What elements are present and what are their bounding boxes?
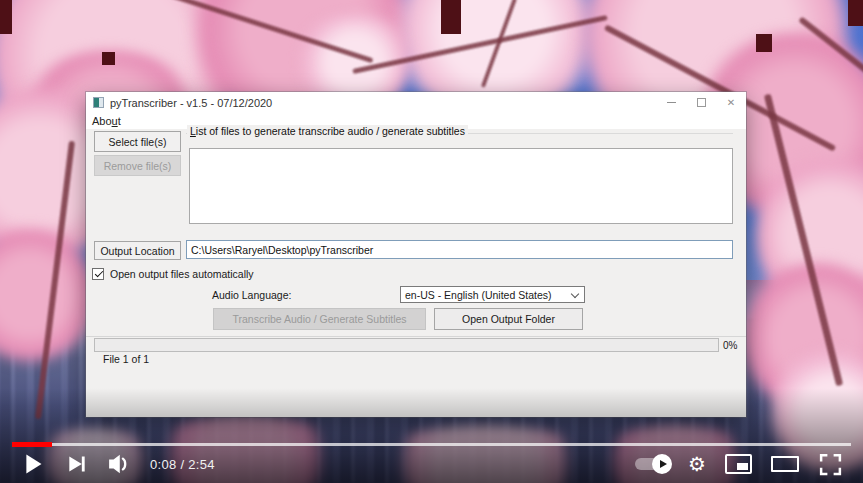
- menu-about[interactable]: About: [92, 115, 121, 127]
- open-output-checkbox-row: Open output files automatically: [92, 268, 254, 280]
- autoplay-knob: [652, 454, 672, 474]
- dark-blossom-block: [102, 52, 115, 65]
- next-icon: [61, 449, 91, 479]
- close-button[interactable]: ✕: [716, 92, 746, 113]
- theater-mode-button[interactable]: [771, 456, 799, 472]
- minimize-icon: [667, 102, 676, 103]
- settings-button[interactable]: ⚙: [688, 454, 706, 474]
- output-location-button[interactable]: Output Location: [94, 241, 181, 260]
- minimize-button[interactable]: [656, 92, 686, 113]
- remove-files-button[interactable]: Remove file(s): [94, 155, 181, 176]
- transcription-progress-bar: [94, 338, 719, 352]
- window-client-area: Select file(s) Remove file(s) List of fi…: [86, 129, 746, 417]
- autoplay-toggle[interactable]: [635, 458, 669, 470]
- miniplayer-icon: [725, 454, 752, 474]
- video-player-frame: pyTranscriber - v1.5 - 07/12/2020 ✕ Abou…: [0, 0, 863, 483]
- divider: [86, 336, 746, 337]
- miniplayer-button[interactable]: [725, 454, 752, 474]
- checkbox-checked-icon[interactable]: [92, 268, 104, 280]
- close-icon: ✕: [727, 97, 735, 108]
- file-list-box[interactable]: [189, 148, 733, 224]
- open-output-checkbox-label: Open output files automatically: [110, 268, 254, 280]
- play-icon: [16, 447, 50, 481]
- progress-percent: 0%: [723, 340, 737, 351]
- file-list-label: List of files to generate transcribe aud…: [187, 125, 468, 137]
- play-button[interactable]: [14, 445, 52, 483]
- time-display: 0:08 / 2:54: [150, 457, 215, 472]
- settings-gear-icon: ⚙: [688, 454, 706, 474]
- volume-icon: [102, 448, 134, 480]
- right-controls: ⚙: [635, 452, 863, 477]
- dark-blossom-block: [441, 0, 461, 34]
- transcribe-button[interactable]: Transcribe Audio / Generate Subtitles: [213, 308, 426, 330]
- fullscreen-button[interactable]: [818, 452, 843, 477]
- file-counter: File 1 of 1: [103, 353, 149, 365]
- window-title: pyTranscriber - v1.5 - 07/12/2020: [110, 97, 272, 109]
- chevron-down-icon: [571, 290, 579, 298]
- title-bar: pyTranscriber - v1.5 - 07/12/2020 ✕: [86, 92, 746, 113]
- maximize-button[interactable]: [686, 92, 716, 113]
- player-control-bar: 0:08 / 2:54 ⚙: [0, 445, 863, 483]
- audio-language-selected: en-US - English (United States): [405, 289, 551, 301]
- volume-button[interactable]: [100, 445, 136, 483]
- autoplay-play-icon: [660, 460, 667, 468]
- dark-blossom-block: [756, 34, 772, 52]
- dark-blossom-block: [0, 0, 12, 34]
- audio-language-label: Audio Language:: [212, 289, 291, 301]
- window-controls: ✕: [656, 92, 746, 113]
- output-path-input[interactable]: [186, 240, 733, 259]
- open-output-folder-button[interactable]: Open Output Folder: [434, 308, 583, 330]
- theater-mode-icon: [771, 456, 799, 472]
- dark-blossom-block: [848, 0, 863, 26]
- pytranscriber-window: pyTranscriber - v1.5 - 07/12/2020 ✕ Abou…: [86, 92, 746, 417]
- select-files-button[interactable]: Select file(s): [94, 131, 181, 152]
- fullscreen-icon: [818, 452, 843, 477]
- app-icon: [93, 97, 104, 108]
- maximize-icon: [697, 98, 706, 107]
- next-button[interactable]: [58, 445, 94, 483]
- audio-language-dropdown[interactable]: en-US - English (United States): [400, 286, 585, 303]
